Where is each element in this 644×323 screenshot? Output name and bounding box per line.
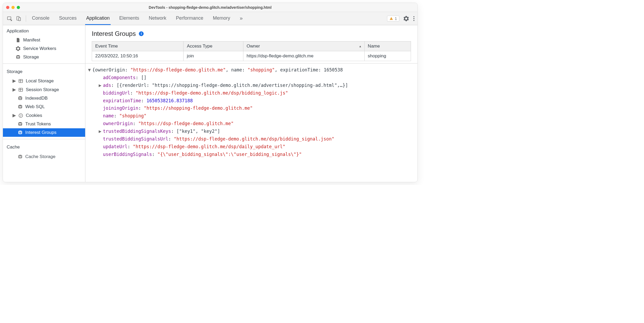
table-header-row: Event Time Access Type Owner▲ Name	[92, 41, 411, 51]
object-property-row[interactable]: ▶ads: [{renderUrl: "https://shopping-fle…	[88, 82, 415, 89]
sidebar-item-cookies[interactable]: ▶ Cookies	[3, 111, 85, 120]
sidebar-item-label: Service Workers	[23, 46, 56, 51]
svg-point-17	[19, 155, 22, 156]
application-sidebar: Application Manifest Service Workers Sto…	[3, 25, 85, 182]
tab-performance[interactable]: Performance	[175, 12, 204, 25]
svg-point-6	[16, 55, 20, 56]
tab-console[interactable]: Console	[31, 12, 51, 25]
window-title: DevTools - shopping-fledge-demo.glitch.m…	[3, 5, 417, 10]
sidebar-item-web-sql[interactable]: Web SQL	[3, 103, 85, 111]
grid-icon	[18, 79, 23, 83]
prop-key: ads	[103, 83, 111, 88]
sidebar-item-session-storage[interactable]: ▶ Session Storage	[3, 85, 85, 94]
sidebar-item-local-storage[interactable]: ▶ Local Storage	[3, 76, 85, 85]
prop-value: []	[141, 75, 146, 80]
prop-key: trustedBiddingSignalsKeys	[103, 129, 171, 134]
expand-arrow-icon[interactable]: ▶	[13, 78, 16, 84]
col-event-time[interactable]: Event Time	[92, 41, 184, 51]
object-property-row[interactable]: joiningOrigin: "https://shopping-fledge-…	[88, 104, 415, 112]
svg-point-9	[19, 96, 22, 97]
col-access-type[interactable]: Access Type	[184, 41, 243, 51]
sort-arrow-icon: ▲	[359, 45, 362, 48]
sidebar-item-cache-storage[interactable]: Cache Storage	[3, 152, 85, 161]
object-property-row[interactable]: ownerOrigin: "https://dsp-fledge-demo.gl…	[88, 120, 415, 128]
sidebar-item-label: Local Storage	[26, 78, 54, 84]
toolbar-divider	[26, 15, 26, 22]
object-viewer[interactable]: ▼{ownerOrigin: "https://dsp-fledge-demo.…	[85, 63, 417, 182]
sidebar-item-trust-tokens[interactable]: Trust Tokens	[3, 120, 85, 128]
prop-key: expirationTime	[103, 98, 141, 103]
svg-point-11	[19, 114, 23, 117]
tab-network[interactable]: Network	[148, 12, 167, 25]
devtools-toolbar: Console Sources Application Elements Net…	[3, 12, 417, 25]
inspect-element-icon[interactable]	[6, 15, 14, 23]
svg-point-10	[19, 105, 22, 106]
prop-key: joiningOrigin	[103, 105, 138, 111]
panel-title: Interest Groups	[92, 30, 136, 37]
database-icon	[16, 55, 20, 60]
object-property-row[interactable]: expirationTime: 1650538216.837188	[88, 97, 415, 105]
object-property-row[interactable]: adComponents: []	[88, 74, 415, 82]
sidebar-item-label: Cookies	[26, 113, 42, 118]
caret-right-icon[interactable]: ▶	[98, 128, 102, 135]
info-icon[interactable]: i	[139, 31, 144, 36]
tab-elements[interactable]: Elements	[118, 12, 140, 25]
cell-access-type: join	[184, 51, 243, 61]
more-menu-icon[interactable]	[413, 16, 415, 21]
warnings-badge[interactable]: 1	[387, 16, 399, 22]
tab-application[interactable]: Application	[85, 12, 111, 25]
cell-name: shopping	[364, 51, 411, 61]
object-property-row[interactable]: name: "shopping"	[88, 112, 415, 120]
settings-icon[interactable]	[404, 16, 409, 21]
object-property-row[interactable]: updateUrl: "https://dsp-fledge-demo.glit…	[88, 143, 415, 151]
object-summary-row[interactable]: ▼{ownerOrigin: "https://dsp-fledge-demo.…	[88, 66, 415, 74]
table-row[interactable]: 22/03/2022, 10:50:16 join https://dsp-fl…	[92, 51, 411, 61]
caret-right-icon[interactable]: ▶	[98, 82, 102, 89]
panel-heading: Interest Groups i	[85, 25, 417, 41]
sidebar-item-label: Manifest	[23, 37, 40, 43]
warnings-count: 1	[395, 16, 397, 21]
more-tabs-icon[interactable]: »	[239, 12, 244, 25]
prop-key: adComponents	[103, 75, 136, 80]
database-icon	[18, 122, 23, 126]
sidebar-item-manifest[interactable]: Manifest	[3, 36, 85, 44]
titlebar: DevTools - shopping-fledge-demo.glitch.m…	[3, 3, 417, 12]
object-property-row[interactable]: biddingUrl: "https://dsp-fledge-demo.gli…	[88, 89, 415, 97]
sidebar-section-storage: Storage	[3, 66, 85, 76]
tab-memory[interactable]: Memory	[212, 12, 231, 25]
expand-arrow-icon[interactable]: ▶	[13, 113, 16, 118]
sidebar-item-label: Cache Storage	[25, 154, 55, 159]
tab-sources[interactable]: Sources	[58, 12, 78, 25]
panel-content: Interest Groups i Event Time Access Type…	[85, 25, 417, 182]
prop-key: trustedBiddingSignalsUrl	[103, 136, 168, 142]
prop-value: "https://dsp-fledge-demo.glitch.me/dsp/d…	[133, 144, 285, 149]
file-icon	[16, 38, 20, 42]
sidebar-item-label: Web SQL	[25, 104, 45, 109]
object-property-row[interactable]: ▶trustedBiddingSignalsKeys: ["key1", "ke…	[88, 128, 415, 135]
prop-value: "https://dsp-fledge-demo.glitch.me/dsp/b…	[136, 90, 288, 96]
col-name[interactable]: Name	[364, 41, 411, 51]
object-property-row[interactable]: userBiddingSignals: "{\"user_bidding_sig…	[88, 151, 415, 158]
sidebar-section-application: Application	[3, 25, 85, 36]
sidebar-item-service-workers[interactable]: Service Workers	[3, 44, 85, 53]
caret-down-icon[interactable]: ▼	[88, 66, 91, 74]
prop-key: userBiddingSignals	[103, 152, 152, 157]
sidebar-item-label: Session Storage	[26, 87, 59, 92]
prop-key: ownerOrigin	[103, 121, 133, 126]
svg-point-16	[19, 131, 22, 132]
sidebar-section-cache: Cache	[3, 141, 85, 152]
sidebar-item-interest-groups[interactable]: Interest Groups	[3, 128, 85, 137]
object-property-row[interactable]: trustedBiddingSignalsUrl: "https://dsp-f…	[88, 135, 415, 143]
sidebar-item-indexeddb[interactable]: IndexedDB	[3, 94, 85, 103]
sidebar-item-label: Storage	[23, 54, 39, 60]
device-toolbar-icon[interactable]	[15, 15, 23, 23]
prop-value: ["key1", "key2"]	[176, 129, 220, 134]
database-icon	[18, 96, 23, 101]
sidebar-item-label: Trust Tokens	[25, 121, 51, 127]
prop-value: "https://dsp-fledge-demo.glitch.me/dsp/b…	[174, 136, 334, 142]
prop-value: "shopping"	[119, 113, 146, 118]
svg-point-4	[413, 18, 414, 19]
expand-arrow-icon[interactable]: ▶	[13, 87, 16, 92]
col-owner[interactable]: Owner▲	[243, 41, 365, 51]
sidebar-item-storage[interactable]: Storage	[3, 53, 85, 61]
